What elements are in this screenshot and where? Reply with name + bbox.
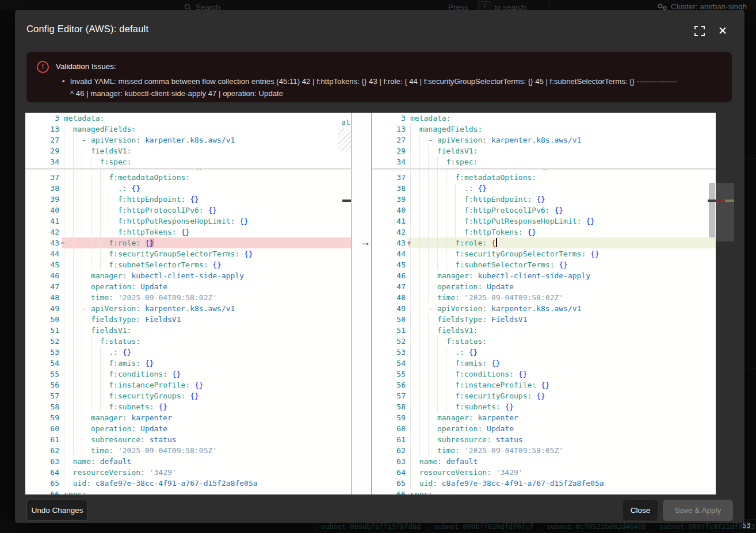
code-line[interactable]: 63 name: default: [372, 456, 716, 467]
code-line[interactable]: 46 manager: kubectl-client-side-apply: [372, 270, 716, 281]
code-line[interactable]: 40 f:httpProtocolIPv6: {}: [372, 205, 716, 216]
save-apply-button[interactable]: Save & Apply: [663, 500, 733, 521]
line-number[interactable]: 56: [25, 379, 59, 390]
code-line[interactable]: 57 f:securityGroups: {}: [25, 390, 351, 401]
collapsed-region-line[interactable]: 27 - apiVersion: karpenter.k8s.aws/v1: [25, 135, 351, 145]
original-editor[interactable]: 3metadata:13 managedFields:27 - apiVersi…: [25, 113, 351, 494]
line-number[interactable]: 59: [25, 412, 59, 423]
line-number[interactable]: 55: [25, 369, 59, 379]
line-number[interactable]: 64: [372, 467, 406, 478]
code-line[interactable]: 54 f:amis: {}: [372, 358, 716, 369]
code-line[interactable]: 37 f:metadataOptions:: [25, 172, 351, 183]
line-number[interactable]: 51: [372, 325, 406, 336]
line-number[interactable]: 42: [25, 227, 59, 237]
undo-changes-button[interactable]: Undo Changes: [26, 500, 88, 521]
code-line[interactable]: 44 f:securityGroupSelectorTerms: {}: [25, 248, 351, 259]
line-number[interactable]: 58: [372, 401, 406, 412]
line-number[interactable]: 66: [25, 489, 59, 494]
code-area[interactable]: 36 f:instanceProfile: {}37 f:metadataOpt…: [372, 170, 716, 494]
code-line[interactable]: 56 f:instanceProfile: {}: [372, 379, 716, 390]
code-line[interactable]: 47 operation: Update: [372, 281, 716, 292]
code-line[interactable]: 53 .: {}: [25, 347, 351, 358]
line-number[interactable]: 42: [372, 227, 406, 237]
line-number[interactable]: 50: [25, 314, 59, 325]
line-number[interactable]: 49: [25, 303, 59, 314]
line-number[interactable]: 60: [25, 423, 59, 434]
code-line[interactable]: 56 f:instanceProfile: {}: [25, 379, 351, 390]
line-number[interactable]: 29: [372, 145, 406, 156]
code-line[interactable]: 60 operation: Update: [372, 423, 716, 434]
collapsed-region-line[interactable]: 29 fieldsV1:: [25, 145, 351, 156]
code-line[interactable]: 66spec:: [25, 489, 351, 494]
line-number[interactable]: 29: [25, 145, 59, 156]
line-number[interactable]: 45: [372, 259, 406, 270]
code-line[interactable]: 45 f:subnetSelectorTerms: {}: [25, 259, 351, 270]
line-number[interactable]: 45: [25, 259, 59, 270]
code-line[interactable]: 45 f:subnetSelectorTerms: {}: [372, 259, 716, 270]
code-line[interactable]: 65 uid: c8afe97e-38cc-4f91-a767-d15f2a8f…: [372, 478, 716, 489]
line-number[interactable]: 47: [25, 281, 59, 292]
code-line[interactable]: 51 fieldsV1:: [25, 325, 351, 336]
code-line[interactable]: 65 uid: c8afe97e-38cc-4f91-a767-d15f2a8f…: [25, 478, 351, 489]
collapsed-region-line[interactable]: 34 f:spec:: [25, 156, 351, 167]
line-number[interactable]: 37: [372, 172, 406, 183]
code-line[interactable]: 49 - apiVersion: karpenter.k8s.aws/v1: [25, 303, 351, 314]
line-number[interactable]: 46: [372, 270, 406, 281]
code-line[interactable]: 38 .: {}: [372, 183, 716, 194]
code-line[interactable]: 50 fieldsType: FieldsV1: [25, 314, 351, 325]
code-line[interactable]: 58 f:subnets: {}: [372, 401, 716, 412]
line-number[interactable]: 54: [372, 358, 406, 369]
diff-revert-arrow[interactable]: →: [358, 237, 373, 248]
modified-editor[interactable]: 3metadata:13 managedFields:27 - apiVersi…: [372, 113, 716, 494]
line-number[interactable]: 61: [372, 434, 406, 445]
line-number[interactable]: 62: [372, 445, 406, 456]
code-line[interactable]: 53 .: {}: [372, 347, 716, 358]
line-number[interactable]: 38: [372, 183, 406, 194]
code-line[interactable]: 39 f:httpEndpoint: {}: [372, 194, 716, 205]
line-number[interactable]: 48: [372, 292, 406, 303]
line-number[interactable]: 41: [372, 216, 406, 227]
code-area[interactable]: 36 f:instanceProfile: {}37 f:metadataOpt…: [25, 170, 351, 494]
code-line[interactable]: 40 f:httpProtocolIPv6: {}: [25, 205, 351, 216]
collapsed-unchanged-region[interactable]: 3metadata:13 managedFields:27 - apiVersi…: [25, 113, 351, 168]
line-number[interactable]: 63: [25, 456, 59, 467]
code-line[interactable]: 37 f:metadataOptions:: [372, 172, 716, 183]
line-number[interactable]: 53: [25, 347, 59, 358]
code-line[interactable]: 42 f:httpTokens: {}: [25, 227, 351, 237]
code-line[interactable]: 41 f:httpPutResponseHopLimit: {}: [372, 216, 716, 227]
line-number[interactable]: 44: [25, 248, 59, 259]
code-line[interactable]: 48 time: '2025-09-04T09:58:02Z': [25, 292, 351, 303]
line-number[interactable]: 46: [25, 270, 59, 281]
line-number[interactable]: 59: [372, 412, 406, 423]
code-line[interactable]: 39 f:httpEndpoint: {}: [25, 194, 351, 205]
line-number[interactable]: 61: [25, 434, 59, 445]
collapsed-region-line[interactable]: 3metadata:: [372, 113, 716, 124]
line-number[interactable]: 47: [372, 281, 406, 292]
code-line[interactable]: 52 f:status:: [372, 336, 716, 347]
code-line[interactable]: 57 f:securityGroups: {}: [372, 390, 716, 401]
code-line[interactable]: 62 time: '2025-09-04T09:58:05Z': [372, 445, 716, 456]
collapsed-region-line[interactable]: 27 - apiVersion: karpenter.k8s.aws/v1: [372, 135, 716, 145]
line-number[interactable]: 62: [25, 445, 59, 456]
line-number[interactable]: 34: [25, 156, 59, 167]
code-line[interactable]: 55 f:conditions: {}: [25, 369, 351, 379]
line-number[interactable]: 40: [372, 205, 406, 216]
line-number[interactable]: 13: [372, 124, 406, 135]
line-number[interactable]: 27: [25, 135, 59, 145]
line-number[interactable]: 63: [372, 456, 406, 467]
fullscreen-icon[interactable]: [694, 26, 705, 36]
code-line[interactable]: 66spec:: [372, 489, 716, 494]
line-number[interactable]: 52: [25, 336, 59, 347]
line-number[interactable]: 53: [372, 347, 406, 358]
line-number[interactable]: 43: [25, 237, 59, 248]
line-number[interactable]: 48: [25, 292, 59, 303]
line-number[interactable]: 65: [25, 478, 59, 489]
code-line[interactable]: 64 resourceVersion: '3429': [372, 467, 716, 478]
code-line[interactable]: 58 f:subnets: {}: [25, 401, 351, 412]
collapsed-region-line[interactable]: 29 fieldsV1:: [372, 145, 716, 156]
code-line[interactable]: 59 manager: karpenter: [372, 412, 716, 423]
line-number[interactable]: 58: [25, 401, 59, 412]
line-number[interactable]: 13: [25, 124, 59, 135]
code-line[interactable]: 49 - apiVersion: karpenter.k8s.aws/v1: [372, 303, 716, 314]
line-number[interactable]: 65: [372, 478, 406, 489]
